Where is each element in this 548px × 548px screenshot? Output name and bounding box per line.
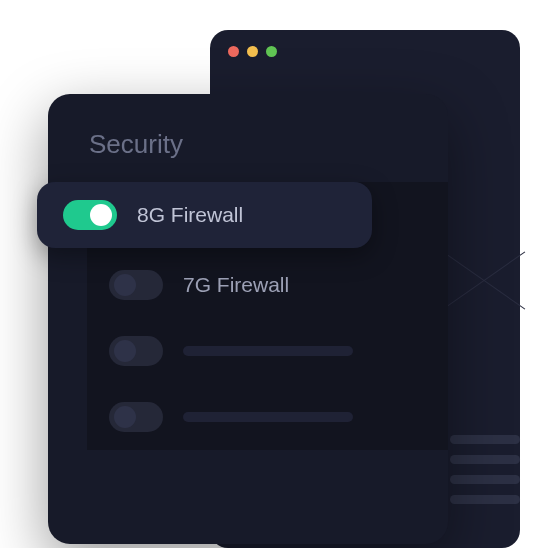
toggle-knob [114,274,136,296]
panel-title: Security [83,129,448,160]
toggle-placeholder[interactable] [109,336,163,366]
toggle-knob [90,204,112,226]
setting-row-placeholder[interactable] [87,384,448,450]
setting-row-placeholder[interactable] [87,318,448,384]
toggle-placeholder[interactable] [109,402,163,432]
placeholder-line [450,475,520,484]
maximize-icon[interactable] [266,46,277,57]
security-panel: Security 8G Firewall 7G Firewall [48,94,448,544]
setting-row-8g-firewall[interactable]: 8G Firewall [37,182,372,248]
setting-label: 7G Firewall [183,273,289,297]
settings-list: 8G Firewall 7G Firewall [87,182,448,450]
toggle-7g-firewall[interactable] [109,270,163,300]
placeholder-line [450,435,520,444]
decorative-lines [450,435,520,504]
placeholder-line [450,495,520,504]
placeholder-line [450,455,520,464]
placeholder-line [183,412,353,422]
placeholder-line [183,346,353,356]
close-icon[interactable] [228,46,239,57]
setting-row-7g-firewall[interactable]: 7G Firewall [87,252,448,318]
toggle-knob [114,340,136,362]
toggle-knob [114,406,136,428]
window-controls [210,30,520,72]
toggle-8g-firewall[interactable] [63,200,117,230]
setting-label: 8G Firewall [137,203,243,227]
minimize-icon[interactable] [247,46,258,57]
